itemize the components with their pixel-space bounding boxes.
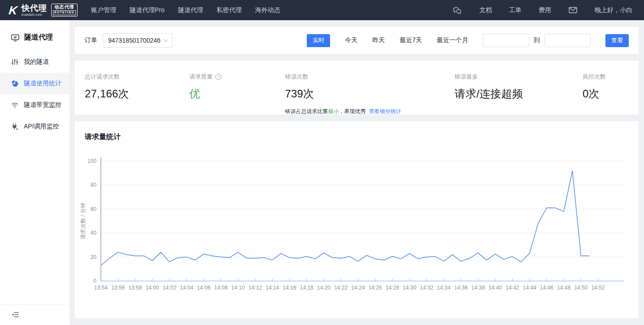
svg-text:13:56: 13:56 [111,285,125,291]
nav-item-tunnel[interactable]: 隧道代理 [178,6,203,14]
svg-text:14:20: 14:20 [317,285,331,291]
svg-text:14:10: 14:10 [231,285,245,291]
svg-text:0: 0 [93,278,96,284]
nav-item-docs[interactable]: 文档 [479,6,492,14]
stat-label: 总计请求次数 [85,73,189,81]
svg-text:13:58: 13:58 [128,285,142,291]
sidebar-item-usage-stats[interactable]: 隧道使用统计 [0,73,70,94]
svg-text:14:16: 14:16 [283,285,296,291]
svg-text:14:46: 14:46 [540,285,553,291]
brand-domain: kuaidaili.com [22,13,47,16]
wechat-icon[interactable] [453,5,462,15]
sidebar-title-label: 隧道代理 [24,33,53,42]
brand-logo[interactable]: K 快代理 kuaidaili.com 动态代理 ROTATING [0,4,87,17]
range-last7days-button[interactable]: 最近7天 [400,36,422,44]
chart-area: 02040608010013:5413:5613:5814:0014:0214:… [75,142,639,295]
svg-text:14:14: 14:14 [265,285,279,291]
stats-summary: 总计请求次数 27,166次 请求质量 ? 优 错误次数 739次 错误占总请求… [75,61,639,114]
nav-item-billing[interactable]: 费用 [539,6,551,14]
detail-stats-link[interactable]: 查看细分统计 [369,108,401,114]
stat-value: 27,166次 [85,87,189,101]
stat-label: 错误次数 [285,73,454,81]
stat-label: 错误最多 [455,73,583,81]
svg-text:100: 100 [87,158,96,164]
svg-text:14:40: 14:40 [488,285,502,291]
stat-value: 739次 [285,87,454,101]
mail-icon[interactable] [568,5,578,15]
pie-chart-icon [11,79,19,88]
nav-item-tickets[interactable]: 工单 [509,6,522,14]
filter-bar: 订单 947318501700246 实时 今天 昨天 最近7天 最近一个月 到… [75,27,639,54]
svg-text:13:54: 13:54 [94,285,108,291]
sidebar-item-label: 隧道使用统计 [24,79,61,88]
svg-text:14:50: 14:50 [574,285,587,291]
sidebar-item-api-monitor[interactable]: API调用监控 [0,116,70,137]
sidebar-item-my-tunnels[interactable]: 我的隧道 [0,51,70,73]
svg-text:14:32: 14:32 [420,285,433,291]
svg-text:14:44: 14:44 [523,285,536,291]
top-navbar: K 快代理 kuaidaili.com 动态代理 ROTATING 账户管理 隧… [0,0,644,20]
order-label: 订单 [85,36,97,44]
help-icon[interactable]: ? [215,74,222,80]
svg-text:14:22: 14:22 [334,285,348,291]
note-highlight: 极小 [328,108,339,114]
svg-text:14:42: 14:42 [505,285,519,291]
svg-text:14:00: 14:00 [146,285,159,291]
range-today-button[interactable]: 今天 [345,36,357,44]
svg-text:60: 60 [91,206,97,212]
nav-item-tunnel-pro[interactable]: 隧道代理Pro [130,6,165,14]
wifi-icon [11,101,19,109]
requests-line-chart: 02040608010013:5413:5613:5814:0014:0214:… [79,155,633,295]
svg-text:14:24: 14:24 [351,285,365,291]
badge-line1: 动态代理 [54,5,74,9]
svg-text:14:02: 14:02 [163,285,176,291]
svg-text:14:34: 14:34 [437,285,451,291]
date-to-input[interactable] [544,34,591,47]
range-lastmonth-button[interactable]: 最近一个月 [437,36,468,44]
sidebar-item-bandwidth-monitor[interactable]: 隧道带宽监控 [0,94,70,116]
badge-line2: ROTATING [53,10,76,15]
order-select[interactable]: 947318501700246 [103,33,173,48]
sidebar-footer [0,304,70,325]
svg-text:14:04: 14:04 [180,285,193,291]
user-greeting[interactable]: 晚上好，小白 [595,6,632,14]
stat-error-count: 错误次数 739次 错误占总请求比重极小，表现优秀查看细分统计 [285,73,454,114]
svg-text:IP: IP [14,35,17,39]
svg-text:14:38: 14:38 [471,285,485,291]
sidebar-item-label: API调用监控 [24,123,59,131]
nav-item-account[interactable]: 账户管理 [91,6,116,14]
date-from-input[interactable] [483,34,529,47]
svg-text:14:52: 14:52 [592,285,605,291]
svg-text:14:06: 14:06 [197,285,210,291]
range-realtime-button[interactable]: 实时 [307,34,330,47]
svg-text:14:28: 14:28 [386,285,399,291]
kuaidaili-logo-icon: K [5,4,20,17]
nav-item-overseas[interactable]: 海外动态 [255,6,280,14]
collapse-sidebar-icon[interactable] [11,310,20,319]
stat-risk-control: 风控次数 0次 [583,73,629,114]
sidebar-item-label: 我的隧道 [24,58,49,66]
view-button[interactable]: 查看 [605,34,629,47]
brand-name: 快代理 [22,4,47,12]
stat-top-error: 错误最多 请求/连接超频 [455,73,583,114]
chevron-down-icon [163,39,168,42]
svg-text:14:30: 14:30 [403,285,416,291]
sliders-icon [11,58,19,66]
sidebar-product-title: IP 隧道代理 [0,20,70,51]
request-volume-card: 请求量统计 02040608010013:5413:5613:5814:0014… [75,121,639,318]
stat-label: 风控次数 [583,73,629,81]
stat-value: 优 [189,87,285,101]
svg-text:14:12: 14:12 [248,285,262,291]
svg-text:14:18: 14:18 [300,285,313,291]
note-suffix: ，表现优秀 [339,108,366,114]
svg-text:14:08: 14:08 [214,285,228,291]
nav-item-private[interactable]: 私密代理 [217,6,242,14]
svg-text:40: 40 [91,230,97,236]
date-to-label: 到 [534,36,540,44]
main-content: 订单 947318501700246 实时 今天 昨天 最近7天 最近一个月 到… [70,20,644,325]
range-yesterday-button[interactable]: 昨天 [372,36,385,44]
svg-text:请求次数 / 分钟: 请求次数 / 分钟 [80,202,86,239]
tunnel-proxy-icon: IP [11,33,20,42]
main-nav: 账户管理 隧道代理Pro 隧道代理 私密代理 海外动态 [91,6,280,14]
svg-text:14:26: 14:26 [369,285,382,291]
